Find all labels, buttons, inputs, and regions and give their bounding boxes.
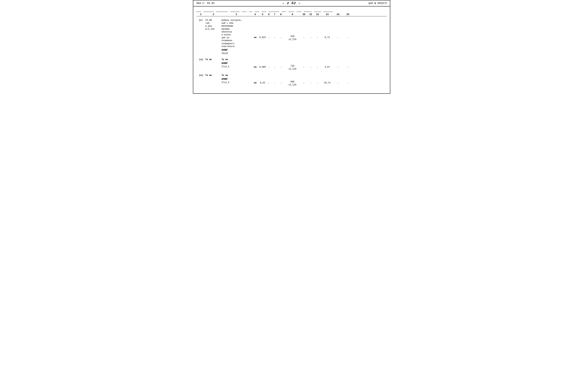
desc-brand-169: АКВВГ — [222, 78, 251, 81]
cell-c8-167: - — [278, 19, 284, 39]
cell-c10-167: - — [301, 19, 307, 39]
cell-c10-169: - — [301, 74, 307, 85]
col-header-13: I3 — [321, 13, 334, 16]
desc-spec-169: 37x2,5 — [222, 81, 251, 84]
desc-title-169: То же — [222, 74, 251, 77]
cell-c6-169: - — [266, 74, 272, 85]
col-header-9: 9 — [284, 13, 301, 16]
column-headers: I 2 3 4 5 6 7 8 9 IO II I2 I3 I4 I5 — [196, 13, 387, 16]
desc-brand-168: АКВВГ — [222, 62, 251, 65]
cell-c12-167: - — [314, 19, 321, 39]
cell-c9-168: 7I0 xI,II9 — [284, 58, 301, 71]
cell-ref-169: То же — [205, 74, 222, 77]
cell-c14-167: - — [334, 19, 343, 39]
cell-c11-169: - — [307, 74, 314, 85]
cell-id-169: I69 — [196, 74, 205, 77]
cell-c12-169: - — [314, 74, 321, 85]
cell-c12-168: - — [314, 58, 321, 69]
cell-c7-167: - — [272, 19, 278, 39]
cell-c9-167: 520 xI,II9 — [284, 19, 301, 41]
cell-id-167: I67 — [196, 19, 205, 22]
col-header-1: I — [196, 13, 205, 16]
cell-c6-167: - — [266, 19, 272, 39]
desc-brand-167: АКВВГ — [222, 49, 251, 52]
cell-desc-168: То же АКВВГ 27x2,5 — [222, 58, 251, 68]
main-content: ==== ========= ========== ======== ==== … — [193, 6, 390, 93]
cell-c8-169: - — [278, 74, 284, 85]
desc-spec-168: 27x2,5 — [222, 65, 251, 68]
col-header-10: IO — [301, 13, 307, 16]
col-header-2: 2 — [205, 13, 222, 16]
col-header-15: I5 — [343, 13, 353, 16]
cell-c10-168: - — [301, 58, 307, 69]
desc-spec-167: I9x25 — [222, 52, 251, 55]
cell-c7-168: - — [272, 58, 278, 69]
cell-c11-167: - — [307, 19, 314, 39]
cell-ref-167: I5-09 таб. 6-0I6 K=I,II9 — [205, 19, 222, 31]
cell-unit-169: км — [251, 74, 259, 84]
col-header-3: 3 — [222, 13, 251, 16]
col-header-11: II — [307, 13, 314, 16]
cell-c9-169: 960 xI,II9 — [284, 74, 301, 86]
cell-c8-168: - — [278, 58, 284, 69]
col-header-6: 6 — [266, 13, 272, 16]
separator-top: ==== ========= ========== ======== ==== … — [196, 11, 387, 13]
cell-c13-168: 3,97 — [321, 58, 334, 69]
cell-c11-168: - — [307, 58, 314, 69]
col-header-7: 7 — [272, 13, 278, 16]
table-row: I67 I5-09 таб. 6-0I6 K=I,II9 Кабель конт… — [196, 19, 387, 55]
col-header-5: 5 — [259, 13, 266, 16]
col-header-8: 8 — [278, 13, 284, 16]
cell-qty-167: 0,0I5 — [259, 19, 266, 39]
header-center: – 2 б2 – — [282, 2, 301, 5]
col-header-4: 4 — [251, 13, 259, 16]
col-header-14: I4 — [334, 13, 343, 16]
desc-title-167: Кабель контроль- ный с алю- миниевыми жи… — [222, 19, 251, 48]
cell-qty-168: 0,005 — [259, 58, 266, 69]
cell-c13-167: 8,73 — [321, 19, 334, 39]
cell-c15-168: - — [343, 58, 353, 69]
col-header-12: I2 — [314, 13, 321, 16]
cell-c15-169: - — [343, 74, 353, 85]
header-right: Цнб № 8918/9 — [369, 2, 387, 5]
cell-unit-168: км — [251, 58, 259, 69]
table-row: I69 То же То же АКВВГ 37x2,5 км 0,0I - -… — [196, 74, 387, 86]
cell-desc-169: То же АКВВГ 37x2,5 — [222, 74, 251, 84]
cell-c13-169: IO,74 — [321, 74, 334, 84]
desc-title-168: То же — [222, 58, 251, 61]
header-left: 904-I- 59.85 — [196, 2, 215, 5]
cell-c14-168: - — [334, 58, 343, 69]
cell-ref-168: То же — [205, 58, 222, 61]
cell-c14-169: - — [334, 74, 343, 85]
page: 904-I- 59.85 – 2 б2 – Цнб № 8918/9 ==== … — [193, 0, 390, 94]
cell-qty-169: 0,0I — [259, 74, 266, 84]
cell-id-168: I68 — [196, 58, 205, 62]
cell-c15-167: - — [343, 19, 353, 39]
cell-c7-169: - — [272, 74, 278, 85]
table-row: I68 То же То же АКВВГ 27x2,5 км 0,005 - … — [196, 58, 387, 71]
page-header: 904-I- 59.85 – 2 б2 – Цнб № 8918/9 — [193, 0, 390, 6]
cell-desc-167: Кабель контроль- ный с алю- миниевыми жи… — [222, 19, 251, 55]
cell-unit-167: км — [251, 19, 259, 39]
cell-c6-168: - — [266, 58, 272, 69]
